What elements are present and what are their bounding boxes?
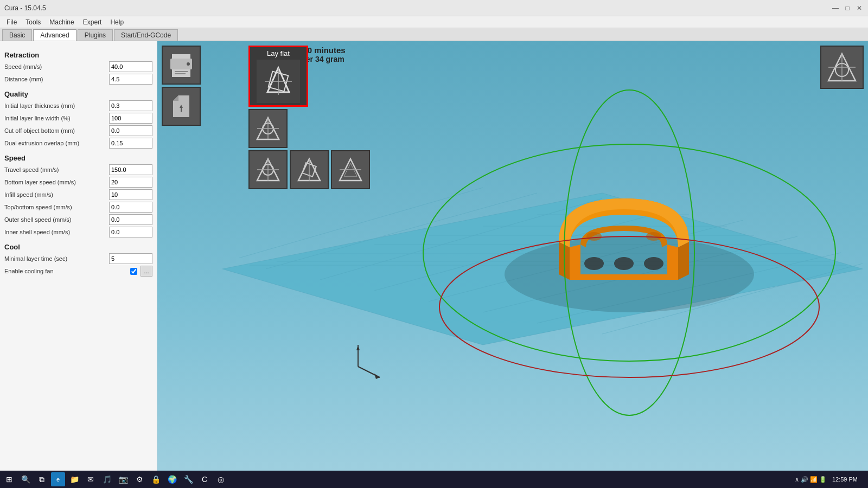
tool5-icon bbox=[337, 156, 364, 183]
tab-plugins[interactable]: Plugins bbox=[78, 29, 113, 41]
settings-panel: Retraction Speed (mm/s) Distance (mm) Qu… bbox=[0, 41, 157, 471]
field-outer-shell-speed: Outer shell speed (mm/s) bbox=[4, 214, 152, 225]
layflat-button[interactable] bbox=[257, 60, 300, 103]
menu-machine[interactable]: Machine bbox=[45, 17, 78, 27]
app8-icon[interactable]: ◎ bbox=[214, 472, 228, 486]
label-retraction-speed: Speed (mm/s) bbox=[4, 63, 109, 70]
app6-icon[interactable]: 🔧 bbox=[181, 472, 195, 486]
edge-icon[interactable]: e bbox=[51, 472, 65, 486]
mail-icon[interactable]: ✉ bbox=[84, 472, 98, 486]
tabbar: Basic Advanced Plugins Start/End-GCode bbox=[0, 28, 868, 41]
input-initial-layer-width[interactable] bbox=[109, 113, 152, 124]
topright-button[interactable] bbox=[820, 46, 864, 89]
field-retraction-speed: Speed (mm/s) bbox=[4, 61, 152, 72]
left-toolbar bbox=[162, 46, 201, 126]
field-bottom-speed: Bottom layer speed (mm/s) bbox=[4, 177, 152, 188]
input-cut-off-bottom[interactable] bbox=[109, 125, 152, 136]
input-travel-speed[interactable] bbox=[109, 164, 152, 175]
layflat-icon bbox=[259, 62, 297, 100]
input-dual-extrusion[interactable] bbox=[109, 138, 152, 149]
print-button[interactable] bbox=[162, 46, 201, 85]
section-speed: Speed bbox=[4, 154, 152, 162]
app4-icon[interactable]: 🔒 bbox=[149, 472, 163, 486]
input-minimal-layer-time[interactable] bbox=[109, 253, 152, 264]
app3-icon[interactable]: ⚙ bbox=[132, 472, 146, 486]
label-initial-layer-width: Initial layer line width (%) bbox=[4, 115, 109, 121]
field-retraction-distance: Distance (mm) bbox=[4, 74, 152, 85]
input-topbottom-speed[interactable] bbox=[109, 202, 152, 213]
label-cooling-fan: Enable cooling fan bbox=[4, 268, 130, 274]
tool-row bbox=[248, 150, 370, 189]
titlebar: Cura - 15.04.5 — □ ✕ bbox=[0, 0, 868, 16]
app-title: Cura - 15.04.5 bbox=[4, 4, 46, 12]
svg-point-22 bbox=[586, 232, 602, 241]
label-dual-extrusion: Dual extrusion overlap (mm) bbox=[4, 140, 109, 146]
tool4-button[interactable] bbox=[290, 150, 329, 189]
field-cut-off-bottom: Cut off object bottom (mm) bbox=[4, 125, 152, 136]
menu-file[interactable]: File bbox=[2, 17, 21, 27]
load-button[interactable] bbox=[162, 87, 201, 126]
svg-rect-31 bbox=[172, 54, 190, 59]
field-inner-shell-speed: Inner shell speed (mm/s) bbox=[4, 227, 152, 237]
search-icon[interactable]: 🔍 bbox=[18, 472, 33, 486]
menu-expert[interactable]: Expert bbox=[79, 17, 106, 27]
layflat-label: Lay flat bbox=[267, 49, 290, 57]
input-initial-layer-thickness[interactable] bbox=[109, 100, 152, 111]
label-outer-shell-speed: Outer shell speed (mm/s) bbox=[4, 216, 109, 223]
taskbar: ⊞ 🔍 ⧉ e 📁 ✉ 🎵 📷 ⚙ 🔒 🌍 🔧 C ◎ ∧ 🔊 📶 🔋 12:5… bbox=[0, 471, 868, 488]
viewport: 2 hours 10 minutes 11.29 meter 34 gram L… bbox=[157, 41, 868, 471]
tab-start-end-gcode[interactable]: Start/End-GCode bbox=[114, 29, 178, 41]
input-bottom-speed[interactable] bbox=[109, 177, 152, 188]
field-initial-layer-thickness: Initial layer thickness (mm) bbox=[4, 100, 152, 111]
field-minimal-layer-time: Minimal layer time (sec) bbox=[4, 253, 152, 264]
load-icon bbox=[168, 93, 195, 120]
section-quality: Quality bbox=[4, 90, 152, 98]
field-topbottom-speed: Top/bottom speed (mm/s) bbox=[4, 202, 152, 213]
tab-advanced[interactable]: Advanced bbox=[33, 29, 76, 41]
print-icon bbox=[168, 52, 195, 79]
app7-icon[interactable]: C bbox=[197, 472, 212, 486]
field-travel-speed: Travel speed (mm/s) bbox=[4, 164, 152, 175]
app1-icon[interactable]: 🎵 bbox=[100, 472, 114, 486]
field-dual-extrusion: Dual extrusion overlap (mm) bbox=[4, 138, 152, 149]
svg-point-20 bbox=[614, 257, 634, 270]
taskbar-tray: ∧ 🔊 📶 🔋 bbox=[795, 476, 827, 483]
maximize-button[interactable]: □ bbox=[843, 4, 852, 12]
svg-rect-34 bbox=[175, 71, 188, 72]
label-infill-speed: Infill speed (mm/s) bbox=[4, 191, 109, 198]
svg-point-19 bbox=[584, 257, 604, 270]
start-button[interactable]: ⊞ bbox=[2, 472, 16, 486]
input-outer-shell-speed[interactable] bbox=[109, 214, 152, 225]
task-view-icon[interactable]: ⧉ bbox=[35, 472, 49, 486]
tool4-icon bbox=[296, 156, 323, 183]
input-inner-shell-speed[interactable] bbox=[109, 227, 152, 237]
input-retraction-distance[interactable] bbox=[109, 74, 152, 85]
tab-basic[interactable]: Basic bbox=[2, 29, 32, 41]
svg-rect-35 bbox=[175, 73, 186, 74]
app5-icon[interactable]: 🌍 bbox=[165, 472, 179, 486]
input-infill-speed[interactable] bbox=[109, 189, 152, 200]
tool3-button[interactable] bbox=[248, 150, 288, 189]
section-cool: Cool bbox=[4, 243, 152, 251]
topright-tool bbox=[820, 46, 864, 89]
tool2-button[interactable] bbox=[248, 109, 288, 148]
label-travel-speed: Travel speed (mm/s) bbox=[4, 166, 109, 173]
app2-icon[interactable]: 📷 bbox=[116, 472, 130, 486]
window-controls[interactable]: — □ ✕ bbox=[831, 4, 864, 12]
menu-help[interactable]: Help bbox=[106, 17, 128, 27]
close-button[interactable]: ✕ bbox=[855, 4, 864, 12]
tool2-icon bbox=[254, 115, 282, 142]
menu-tools[interactable]: Tools bbox=[21, 17, 45, 27]
field-cooling-fan: Enable cooling fan ... bbox=[4, 266, 152, 277]
field-infill-speed: Infill speed (mm/s) bbox=[4, 189, 152, 200]
section-retraction: Retraction bbox=[4, 51, 152, 59]
tool5-button[interactable] bbox=[331, 150, 370, 189]
input-retraction-speed[interactable] bbox=[109, 61, 152, 72]
layflat-panel: Lay flat bbox=[248, 46, 308, 107]
explorer-icon[interactable]: 📁 bbox=[67, 472, 81, 486]
minimize-button[interactable]: — bbox=[831, 4, 840, 12]
checkbox-cooling-fan[interactable] bbox=[130, 268, 137, 275]
dots-button[interactable]: ... bbox=[141, 266, 152, 277]
field-initial-layer-width: Initial layer line width (%) bbox=[4, 113, 152, 124]
label-initial-layer-thickness: Initial layer thickness (mm) bbox=[4, 102, 109, 109]
